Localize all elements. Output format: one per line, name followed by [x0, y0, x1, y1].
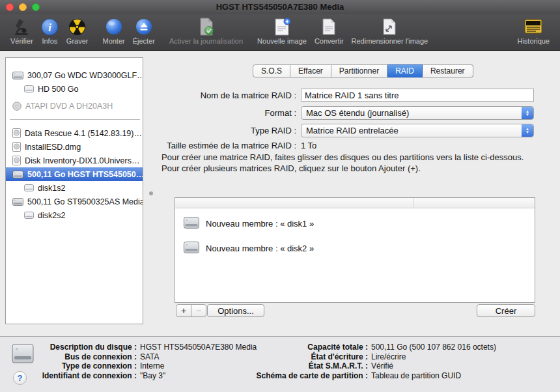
sidebar-item-disk-st9500325as[interactable]: 500,11 Go ST9500325AS Media [6, 195, 143, 208]
sidebar-item-dmg-installesd[interactable]: InstallESD.dmg [6, 140, 143, 154]
raid-name-label: Nom de la matrice RAID : [152, 91, 296, 100]
toolbar-journaling-button: Activer la journalisation [169, 16, 243, 45]
disk-utility-window: HGST HTS545050A7E380 Media Vérifier i [0, 0, 560, 392]
info-value: 500,11 Go (500 107 862 016 octets) [371, 343, 496, 352]
remove-member-button[interactable]: − [191, 304, 206, 317]
sidebar-item-label: disk1s2 [38, 184, 65, 193]
mount-icon [105, 16, 122, 37]
format-label: Format : [152, 108, 296, 118]
create-button[interactable]: Créer [477, 304, 535, 317]
toolbar-history-button[interactable]: Historique [517, 16, 550, 45]
sidebar-item-label: 300,07 Go WDC WD3000GLF… [27, 71, 143, 80]
info-label: Capacité totale : [208, 343, 368, 352]
toolbar-mount-button[interactable]: Monter [102, 16, 124, 45]
toolbar-info-button[interactable]: i Infos [41, 16, 59, 45]
raid-type-popup-value: Matrice RAID entrelacée [301, 126, 522, 135]
help-button[interactable]: ? [13, 371, 27, 385]
drive-icon [184, 217, 199, 231]
raid-member-label: Nouveau membre : « disk1 » [206, 219, 314, 229]
raid-size-value: 1 To [301, 141, 316, 150]
sidebar-item-label: ATAPI DVD A DH20A3H [25, 102, 113, 111]
tab-raid[interactable]: RAID [387, 64, 423, 77]
disk-info-panel: ? Description du disque : HGST HTS545050… [0, 336, 560, 392]
info-label: Schéma de carte de partition : [208, 371, 368, 380]
format-popup[interactable]: Mac OS étendu (journalisé) ▲▼ [301, 106, 534, 120]
splitter-handle[interactable] [149, 191, 153, 195]
sidebar-item-optical-drive[interactable]: ATAPI DVD A DH20A3H [6, 99, 143, 113]
raid-member-list[interactable]: Nouveau membre : « disk1 » Nouveau membr… [175, 197, 535, 303]
disk-icon-large [12, 344, 34, 366]
volume-icon [24, 184, 34, 191]
info-value: Tableau de partition GUID [371, 371, 461, 380]
sidebar-item-disk-wdc[interactable]: 300,07 Go WDC WD3000GLF… [6, 68, 143, 82]
sidebar-item-dmg-disk-inventory[interactable]: Disk Inventory-DIX1.0Univers… [6, 154, 143, 167]
tab-erase[interactable]: Effacer [290, 64, 331, 77]
toolbar: Vérifier i Infos [0, 14, 560, 51]
toolbar-new-image-button[interactable]: Nouvelle image [257, 16, 307, 45]
tab-restore[interactable]: Restaurer [423, 64, 473, 77]
sidebar-item-dmg-data-rescue[interactable]: Data Rescue 4.1 (5142.83.19)… [6, 126, 143, 140]
info-value: Lire/écrire [371, 352, 406, 361]
window-title: HGST HTS545050A7E380 Media [0, 2, 560, 12]
toolbar-resize-image-label: Redimensionner l'image [352, 37, 428, 45]
info-label: Type de connexion : [38, 361, 137, 371]
info-label: État S.M.A.R.T. : [208, 361, 368, 371]
format-popup-value: Mac OS étendu (journalisé) [301, 108, 522, 118]
sidebar-item-label: HD 500 Go [38, 85, 79, 94]
info-row-partition-scheme: Schéma de carte de partition : Tableau d… [208, 371, 496, 381]
burn-icon [68, 16, 86, 37]
raid-name-input[interactable] [301, 89, 534, 102]
toolbar-burn-label: Graver [66, 37, 89, 45]
raid-type-label: Type RAID : [152, 126, 296, 135]
sidebar-item-label: Disk Inventory-DIX1.0Univers… [25, 156, 139, 165]
info-label: Description du disque : [38, 343, 137, 352]
toolbar-burn-button[interactable]: Graver [66, 16, 89, 45]
raid-instructions-line1: Pour créer une matrice RAID, faites glis… [161, 152, 547, 163]
add-member-button[interactable]: + [176, 304, 191, 317]
info-value: "Bay 3" [140, 371, 165, 380]
sidebar-item-label: InstallESD.dmg [25, 143, 81, 152]
disk-image-icon [12, 142, 21, 152]
sidebar-item-volume-hd500[interactable]: HD 500 Go [6, 82, 143, 96]
svg-text:i: i [48, 21, 51, 33]
history-icon [524, 16, 543, 37]
member-list-header [175, 198, 535, 208]
info-value: Interne [140, 361, 164, 371]
sidebar-device-list: 300,07 Go WDC WD3000GLF… HD 500 Go ATAPI… [5, 57, 143, 324]
raid-member-row-disk2[interactable]: Nouveau membre : « disk2 » [175, 236, 535, 260]
info-row-smart-status: État S.M.A.R.T. : Vérifié [208, 361, 496, 371]
info-icon: i [41, 16, 59, 37]
eject-icon [135, 16, 152, 37]
enable-journaling-icon [198, 16, 215, 37]
toolbar-eject-button[interactable]: Éjecter [133, 16, 155, 45]
volume-icon [24, 212, 34, 219]
disk-image-icon [12, 128, 21, 138]
toolbar-journaling-label: Activer la journalisation [169, 37, 243, 45]
sidebar-item-label: 500,11 Go HGST HTS545050… [27, 170, 143, 179]
sidebar-item-volume-disk2s2[interactable]: disk2s2 [6, 208, 143, 222]
toolbar-info-label: Infos [42, 37, 57, 45]
tab-sos[interactable]: S.O.S [253, 64, 290, 77]
sidebar-item-label: 500,11 Go ST9500325AS Media [27, 197, 143, 206]
info-label: Identifiant de connexion : [38, 371, 137, 380]
toolbar-resize-image-button[interactable]: Redimensionner l'image [352, 16, 428, 45]
options-button[interactable]: Options... [207, 304, 264, 317]
sidebar-item-disk-hgst-selected[interactable]: 500,11 Go HGST HTS545050… [6, 167, 143, 181]
info-label: Bus de connexion : [38, 352, 137, 361]
info-column-right: Capacité totale : 500,11 Go (500 107 862… [208, 343, 496, 380]
toolbar-verify-button[interactable]: Vérifier [10, 16, 33, 45]
raid-size-label: Taille estimée de la matrice RAID : [152, 141, 296, 150]
tab-partition[interactable]: Partitionner [331, 64, 387, 77]
toolbar-convert-button[interactable]: Convertir [315, 16, 344, 45]
raid-type-popup[interactable]: Matrice RAID entrelacée ▲▼ [301, 124, 534, 137]
info-row-write-status: État d'écriture : Lire/écrire [208, 352, 496, 362]
info-row-capacity: Capacité totale : 500,11 Go (500 107 862… [208, 343, 496, 352]
new-image-icon [273, 16, 291, 37]
sidebar-item-volume-disk1s2[interactable]: disk1s2 [6, 181, 143, 195]
toolbar-eject-label: Éjecter [133, 37, 155, 45]
tab-bar: S.O.S Effacer Partitionner RAID Restaure… [253, 64, 473, 77]
optical-disc-icon [12, 102, 21, 111]
raid-member-row-disk1[interactable]: Nouveau membre : « disk1 » [175, 211, 535, 236]
info-value: Vérifié [371, 361, 393, 371]
disk-icon [12, 171, 23, 178]
